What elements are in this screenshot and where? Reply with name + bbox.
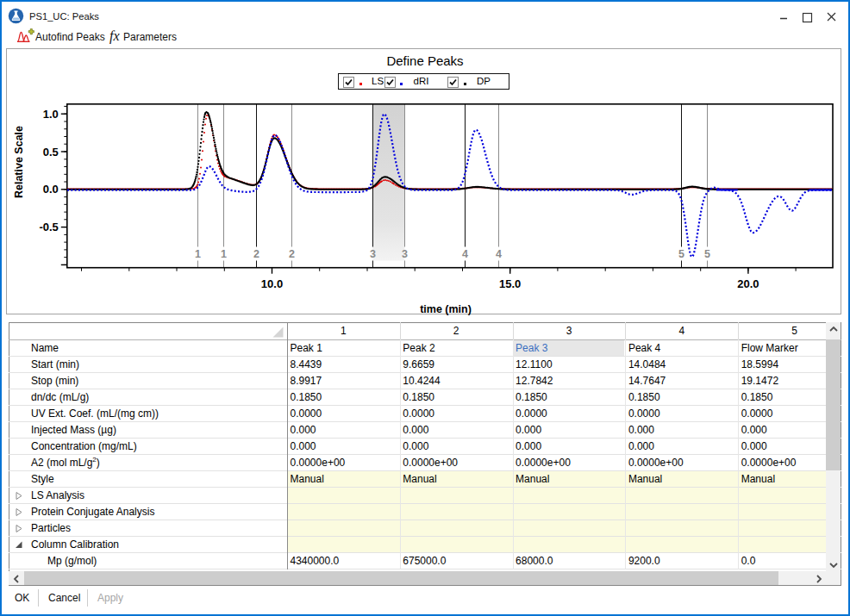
svg-text:time (min): time (min) <box>420 303 472 315</box>
svg-text:20.0: 20.0 <box>737 277 759 290</box>
svg-text:1: 1 <box>195 248 201 260</box>
svg-text:15.0: 15.0 <box>499 277 521 290</box>
svg-text:Relative Scale: Relative Scale <box>13 126 25 198</box>
svg-text:1: 1 <box>221 248 227 260</box>
svg-text:3: 3 <box>402 248 408 260</box>
svg-text:0.0: 0.0 <box>43 183 59 196</box>
svg-text:0.5: 0.5 <box>43 146 59 159</box>
svg-text:5: 5 <box>678 248 684 260</box>
svg-text:1.0: 1.0 <box>43 108 59 121</box>
svg-text:3: 3 <box>370 248 376 260</box>
svg-text:10.0: 10.0 <box>261 277 283 290</box>
svg-text:4: 4 <box>496 248 502 260</box>
svg-text:2: 2 <box>253 248 259 260</box>
svg-text:-0.5: -0.5 <box>39 221 58 233</box>
svg-text:2: 2 <box>289 248 295 260</box>
svg-text:5: 5 <box>704 248 710 260</box>
svg-text:4: 4 <box>462 248 468 260</box>
